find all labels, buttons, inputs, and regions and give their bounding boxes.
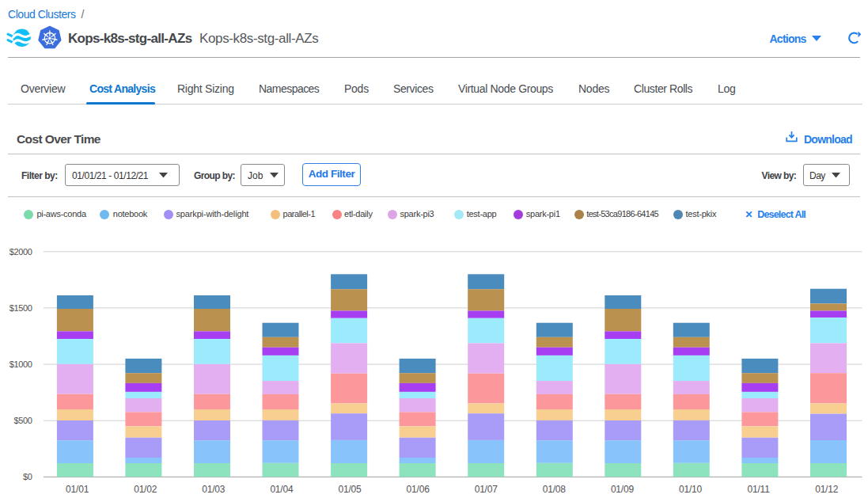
svg-text:$2000: $2000 [9, 247, 32, 257]
svg-text:$0: $0 [23, 472, 32, 481]
svg-text:01/04: 01/04 [270, 484, 294, 495]
svg-text:01/08: 01/08 [543, 484, 567, 495]
svg-text:01/02: 01/02 [134, 484, 157, 495]
svg-text:01/11: 01/11 [748, 484, 771, 495]
svg-text:01/07: 01/07 [475, 484, 498, 495]
svg-text:01/10: 01/10 [679, 484, 703, 495]
svg-text:$1000: $1000 [9, 359, 32, 369]
svg-text:$1500: $1500 [9, 303, 32, 313]
svg-text:01/12: 01/12 [815, 484, 839, 495]
svg-text:01/03: 01/03 [202, 484, 226, 495]
svg-text:01/01: 01/01 [66, 484, 89, 495]
svg-text:01/05: 01/05 [338, 484, 362, 495]
svg-text:01/06: 01/06 [407, 484, 430, 495]
svg-text:01/09: 01/09 [611, 484, 635, 495]
svg-text:$500: $500 [13, 416, 32, 425]
